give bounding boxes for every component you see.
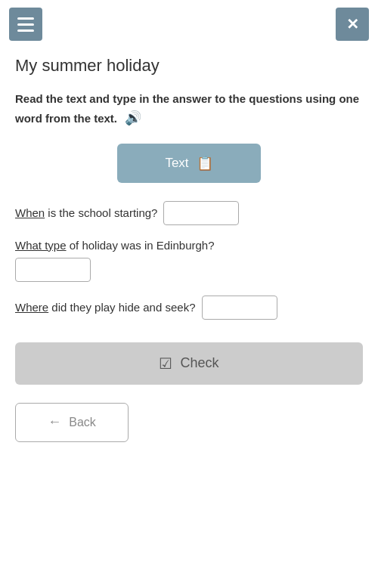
- menu-line-3: [17, 29, 34, 32]
- check-button-label: Check: [180, 355, 218, 371]
- header: ✕: [0, 0, 378, 48]
- text-button[interactable]: Text 📋: [117, 144, 261, 183]
- close-button[interactable]: ✕: [336, 8, 369, 41]
- back-button-container: ← Back: [15, 403, 363, 442]
- back-button-label: Back: [69, 416, 96, 429]
- questions-section: When is the school starting? What type o…: [15, 201, 363, 320]
- text-button-label: Text: [165, 156, 188, 171]
- question-1-keyword: When: [15, 206, 45, 219]
- instructions: Read the text and type in the answer to …: [15, 91, 363, 128]
- menu-button[interactable]: [9, 8, 42, 41]
- back-button[interactable]: ← Back: [15, 403, 129, 442]
- menu-line-1: [17, 17, 34, 20]
- book-icon: 📋: [197, 155, 213, 172]
- menu-line-2: [17, 23, 34, 26]
- check-button-container: ☑ Check: [15, 342, 363, 385]
- question-1-rest: is the school starting?: [48, 206, 157, 219]
- answer-input-3[interactable]: [202, 296, 277, 320]
- question-3-keyword: Where: [15, 301, 48, 314]
- back-arrow-icon: ←: [48, 414, 61, 430]
- answer-input-1[interactable]: [163, 201, 239, 225]
- question-row-2: What type of holiday was in Edinburgh?: [15, 239, 363, 282]
- check-button[interactable]: ☑ Check: [15, 342, 363, 385]
- instructions-text: Read the text and type in the answer to …: [15, 92, 359, 125]
- text-button-container: Text 📋: [15, 144, 363, 183]
- question-row-1: When is the school starting?: [15, 201, 363, 225]
- question-row-3: Where did they play hide and seek?: [15, 296, 363, 320]
- question-1-text: When is the school starting?: [15, 206, 157, 219]
- question-2-text: What type of holiday was in Edinburgh?: [15, 239, 215, 252]
- question-2-keyword: What type: [15, 239, 67, 252]
- question-3-text: Where did they play hide and seek?: [15, 301, 196, 314]
- check-icon: ☑: [159, 354, 172, 373]
- page-title: My summer holiday: [15, 56, 363, 76]
- main-content: My summer holiday Read the text and type…: [0, 48, 378, 457]
- close-icon: ✕: [346, 15, 359, 33]
- audio-icon[interactable]: 🔊: [125, 108, 141, 128]
- answer-input-2[interactable]: [15, 258, 91, 282]
- question-2-rest: of holiday was in Edinburgh?: [70, 239, 215, 252]
- question-3-rest: did they play hide and seek?: [51, 301, 195, 314]
